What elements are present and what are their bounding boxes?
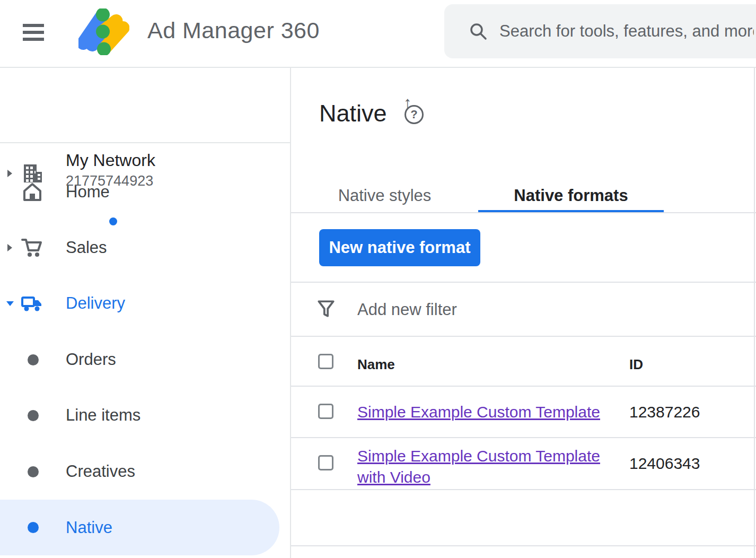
page-title: Native [319,100,387,127]
top-app-bar: Ad Manager 360 [0,0,756,68]
new-native-format-button[interactable]: New native format [319,229,480,266]
nav-label: Line items [66,406,140,425]
nav-label: Home [66,182,110,202]
sidebar-item-line-items[interactable]: Line items [0,393,290,438]
menu-icon[interactable] [21,21,46,45]
column-header-name[interactable]: Name [357,356,395,373]
main-content: Native ? Native styles Native formats Ne… [290,68,755,558]
native-format-link[interactable]: Simple Example Custom Template [357,402,600,423]
tab-native-styles[interactable]: Native styles [291,178,478,213]
tabbar-divider [291,212,756,213]
sidebar-divider [0,142,290,143]
native-format-id: 12406343 [629,455,700,473]
global-search-bar[interactable] [444,4,756,58]
filter-icon [317,299,336,318]
nav-label: Orders [66,350,116,369]
search-icon [469,22,488,41]
nav-label: Native [66,518,112,537]
sidebar-item-delivery[interactable]: Delivery [0,281,290,326]
column-header-id[interactable]: ID [629,356,643,373]
row-divider [291,437,756,438]
row-checkbox[interactable] [318,455,333,470]
global-search-input[interactable] [499,4,754,58]
nav-label: Sales [66,238,107,257]
truck-icon [20,291,45,316]
tab-bar: Native styles Native formats [291,178,756,213]
notification-dot [109,217,117,225]
add-filter-row[interactable]: Add new filter [291,282,756,336]
app-title: Ad Manager 360 [147,18,320,43]
section-divider [291,336,756,337]
nav-label: Creatives [66,462,135,481]
select-all-checkbox[interactable] [318,354,333,369]
cart-icon [20,236,45,260]
bullet-icon [28,410,39,421]
sidebar-item-home[interactable]: Home [0,169,290,215]
bullet-icon [28,522,39,533]
sidebar-item-orders[interactable]: Orders [0,337,290,382]
row-divider [291,489,756,490]
expand-caret-icon[interactable] [7,244,12,251]
native-format-id: 12387226 [629,403,700,421]
collapse-caret-icon[interactable] [6,301,14,306]
row-divider [291,545,756,546]
native-format-link[interactable]: Simple Example Custom Template with Vide… [357,446,629,488]
nav-label: Delivery [66,294,125,313]
tab-native-formats[interactable]: Native formats [478,178,664,213]
row-divider [291,386,756,387]
add-filter-placeholder: Add new filter [357,300,457,319]
bullet-icon [28,466,39,477]
network-name: My Network [66,151,155,170]
bullet-icon [28,354,39,365]
sidebar-item-creatives[interactable]: Creatives [0,449,290,494]
sort-ascending-icon[interactable]: ↑ [403,93,412,112]
sidebar-navigation: My Network 21775744923 Home Sales Delive… [0,68,290,558]
home-icon [20,180,45,204]
sidebar-item-sales[interactable]: Sales [0,225,290,271]
sidebar-item-native-selected[interactable]: Native [0,500,279,555]
row-checkbox[interactable] [318,404,333,419]
ad-manager-logo-icon [78,8,129,55]
